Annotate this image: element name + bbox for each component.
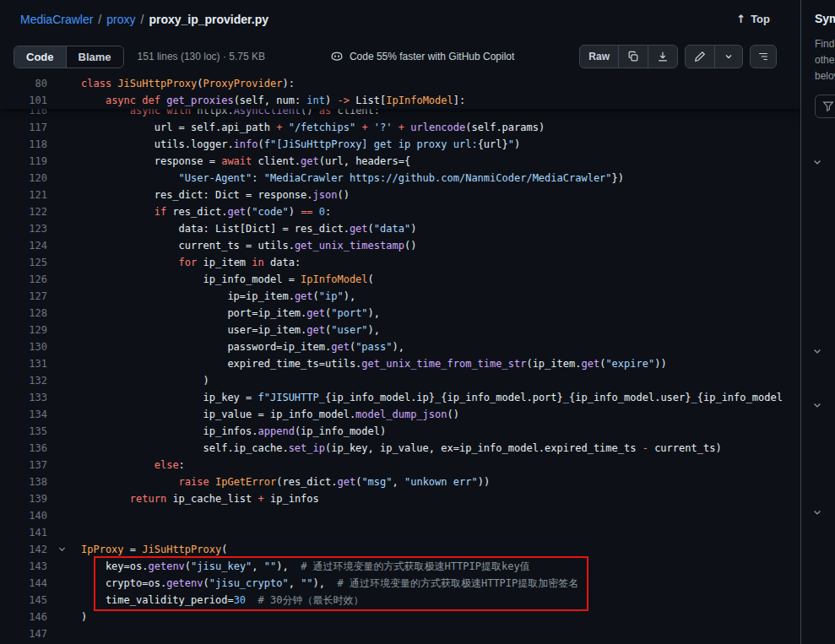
symbol-section-chevron-icon[interactable] (812, 346, 822, 356)
tab-code[interactable]: Code (14, 46, 67, 68)
gutter (47, 92, 81, 109)
line-number[interactable]: 144 (0, 575, 47, 592)
line-number[interactable]: 140 (0, 507, 47, 524)
edit-options-dropdown-button[interactable] (714, 46, 742, 68)
line-number[interactable]: 130 (0, 338, 47, 355)
symbol-section-chevron-icon[interactable] (812, 157, 822, 167)
line-number[interactable]: 142 (0, 541, 47, 558)
code-line: 140 (0, 507, 800, 524)
code-line: 147 (0, 625, 800, 642)
line-number[interactable]: 129 (0, 322, 47, 338)
github-file-view-page: { "colors": { "bg": "#0d1117", "link": "… (0, 0, 835, 644)
code-line: 129 user=ip_item.get("user"), (0, 322, 800, 338)
symbol-section-chevron-icon[interactable] (812, 507, 822, 517)
gutter (47, 305, 81, 322)
gutter (47, 153, 81, 170)
code-line: 122 if res_dict.get("code") == 0: (0, 203, 800, 220)
code-line: 119 response = await client.get(url, hea… (0, 153, 800, 170)
code-line-text: res_dict: Dict = response.json() (81, 187, 800, 203)
symbols-filter-input[interactable] (815, 95, 835, 118)
code-line-text: raise IpGetError(res_dict.get("msg", "un… (81, 474, 800, 490)
edit-file-button[interactable] (686, 46, 714, 68)
line-number[interactable]: 138 (0, 474, 47, 490)
line-number[interactable]: 133 (0, 389, 47, 406)
line-number[interactable]: 147 (0, 625, 47, 642)
gutter (47, 440, 81, 457)
gutter (47, 75, 81, 92)
scroll-to-top-label: Top (751, 13, 770, 25)
pencil-icon (694, 51, 706, 62)
line-number[interactable]: 119 (0, 153, 47, 170)
line-number[interactable]: 117 (0, 119, 47, 136)
line-number[interactable]: 146 (0, 609, 47, 625)
line-number[interactable]: 101 (0, 92, 47, 109)
copy-raw-content-button[interactable] (618, 46, 648, 68)
line-number[interactable]: 139 (0, 490, 47, 507)
line-number[interactable]: 125 (0, 254, 47, 271)
gutter (47, 389, 81, 406)
code-line-text: port=ip_item.get("port"), (81, 305, 800, 322)
code-line-text: ) (81, 372, 800, 389)
gutter (47, 474, 81, 490)
line-number[interactable]: 126 (0, 271, 47, 288)
symbol-section-chevron-icon[interactable] (812, 400, 822, 410)
code-line-text: key=os.getenv("jisu_key", ""), # 通过环境变量的… (81, 558, 800, 575)
tab-blame[interactable]: Blame (67, 46, 123, 68)
code-line-text: data: List[Dict] = res_dict.get("data") (81, 220, 800, 237)
edit-split-button (685, 45, 743, 68)
gutter (47, 541, 81, 558)
line-number[interactable]: 127 (0, 288, 47, 305)
line-number[interactable]: 124 (0, 237, 47, 254)
download-raw-file-button[interactable] (648, 46, 677, 68)
line-number[interactable]: 120 (0, 170, 47, 187)
line-number[interactable]: 131 (0, 355, 47, 372)
breadcrumb-dir-link[interactable]: proxy (106, 13, 135, 26)
code-line: 125 for ip_item in data: (0, 254, 800, 271)
gutter (47, 271, 81, 288)
line-number[interactable]: 137 (0, 457, 47, 474)
line-number[interactable]: 143 (0, 558, 47, 575)
line-number[interactable]: 122 (0, 203, 47, 220)
line-number[interactable]: 118 (0, 136, 47, 153)
code-line-text: crypto=os.getenv("jisu_crypto", ""), # 通… (81, 575, 800, 592)
line-number[interactable]: 135 (0, 423, 47, 440)
code-line-text: class JiSuHttpProxy(ProxyProvider): (81, 75, 800, 92)
scroll-to-top-button[interactable]: ↑ Top (736, 13, 770, 25)
gutter (47, 220, 81, 237)
line-number[interactable]: 123 (0, 220, 47, 237)
line-number[interactable]: 128 (0, 305, 47, 322)
code-line-text: ) (81, 609, 800, 625)
code-line-text: ip_value = ip_info_model.model_dump_json… (81, 406, 800, 423)
fold-chevron-icon[interactable] (57, 544, 67, 555)
symbols-description-line: Find (815, 36, 835, 52)
code-line-text: "User-Agent": "MediaCrawler https://gith… (81, 170, 800, 187)
copilot-icon (330, 50, 344, 63)
code-line-text: ip_key = f"JISUHTTP_{ip_info_model.ip}_{… (81, 389, 800, 406)
code-blame-switcher: Code Blame (14, 46, 124, 68)
breadcrumb-file-name: proxy_ip_provider.py (149, 13, 268, 26)
symbols-panel-toggle-button[interactable] (750, 45, 777, 68)
copilot-banner[interactable]: Code 55% faster with GitHub Copilot (330, 50, 514, 63)
gutter (47, 558, 81, 575)
gutter (47, 524, 81, 541)
code-line-text: time_validity_period=30 # 30分钟（最长时效） (81, 592, 800, 609)
line-number[interactable]: 141 (0, 524, 47, 541)
gutter (47, 136, 81, 153)
gutter (47, 575, 81, 592)
line-number[interactable]: 121 (0, 187, 47, 203)
code-line-text: current_ts = utils.get_unix_timestamp() (81, 237, 800, 254)
breadcrumb-repo-link[interactable]: MediaCrawler (20, 13, 93, 26)
line-number[interactable]: 136 (0, 440, 47, 457)
code-line: 131 expired_time_ts=utils.get_unix_time_… (0, 355, 800, 372)
code-line-text: ip_info_model = IpInfoModel( (81, 271, 800, 288)
line-number[interactable]: 134 (0, 406, 47, 423)
raw-button[interactable]: Raw (580, 46, 618, 68)
code-line-text: return ip_cache_list + ip_infos (81, 490, 800, 507)
line-number[interactable]: 145 (0, 592, 47, 609)
gutter (47, 372, 81, 389)
gutter (47, 355, 81, 372)
symbols-panel-title: Symbols (815, 12, 835, 25)
line-number[interactable]: 80 (0, 75, 47, 92)
line-number[interactable]: 132 (0, 372, 47, 389)
code-line-text: for ip_item in data: (81, 254, 800, 271)
